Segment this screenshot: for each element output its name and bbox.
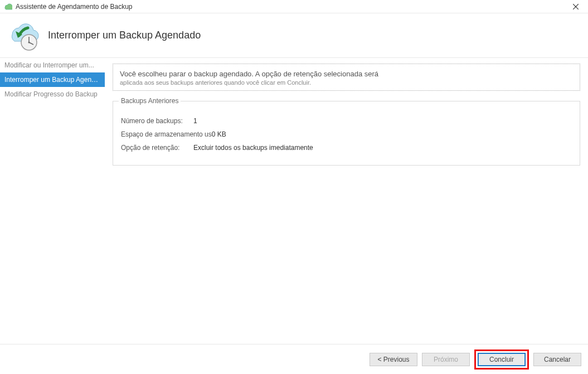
wizard-steps-sidebar: Modificar ou Interromper um... Interromp…	[0, 58, 105, 344]
sidebar-item-modify-or-stop[interactable]: Modificar ou Interromper um...	[0, 58, 105, 72]
summary-box: Você escolheu parar o backup agendado. A…	[113, 64, 580, 91]
num-backups-value: 1	[193, 117, 197, 125]
header-cloud-clock-icon	[6, 20, 39, 51]
num-backups-label: Número de backups:	[121, 117, 193, 125]
titlebar: Assistente de Agendamento de Backup	[0, 0, 588, 13]
highlight-box: Concluir	[474, 349, 529, 370]
wizard-footer: < Previous Próximo Concluir Cancelar	[0, 344, 588, 374]
summary-line-1: Você escolheu parar o backup agendado. A…	[120, 70, 573, 78]
retention-value: Excluir todos os backups imediatamente	[193, 144, 313, 152]
sidebar-item-stop-scheduled-backup[interactable]: Interromper um Backup Agendado	[0, 72, 105, 87]
previous-button[interactable]: < Previous	[370, 353, 417, 366]
storage-used-label: Espaço de armazenamento us	[121, 130, 212, 138]
sidebar-item-modify-backup-progress[interactable]: Modificar Progresso do Backup	[0, 87, 105, 101]
close-button[interactable]	[566, 0, 586, 13]
summary-line-2: aplicada aos seus backups anteriores qua…	[120, 79, 573, 86]
previous-backups-group: Backups Anteriores Número de backups: 1 …	[113, 101, 580, 166]
field-num-backups: Número de backups: 1	[121, 117, 572, 125]
finish-button[interactable]: Concluir	[478, 353, 526, 366]
wizard-header: Interromper um Backup Agendado	[0, 13, 588, 58]
wizard-content: Você escolheu parar o backup agendado. A…	[105, 58, 588, 344]
group-legend: Backups Anteriores	[119, 97, 181, 105]
app-icon	[3, 2, 12, 11]
retention-label: Opção de retenção:	[121, 144, 193, 152]
storage-used-value: 0 KB	[212, 130, 226, 138]
cancel-button[interactable]: Cancelar	[533, 353, 581, 366]
page-title: Interromper um Backup Agendado	[48, 30, 201, 41]
field-retention-option: Opção de retenção: Excluir todos os back…	[121, 144, 572, 152]
next-button[interactable]: Próximo	[422, 353, 470, 366]
field-storage-used: Espaço de armazenamento us 0 KB	[121, 130, 572, 138]
window-title: Assistente de Agendamento de Backup	[16, 3, 132, 11]
